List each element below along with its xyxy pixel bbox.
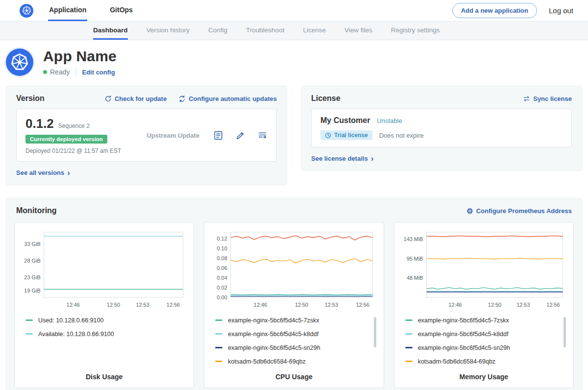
svg-text:12:53: 12:53 xyxy=(516,302,530,308)
license-card-title: License xyxy=(311,94,341,103)
svg-text:12:53: 12:53 xyxy=(325,302,338,308)
svg-text:28 GiB: 28 GiB xyxy=(24,258,40,264)
legend-item-available: Available: 10.128.0.66:9100 xyxy=(25,331,181,338)
current-version-card: 0.1.2 Sequence 2 Currently deployed vers… xyxy=(16,109,277,162)
svg-text:33 GiB: 33 GiB xyxy=(24,241,40,247)
series-color-dash xyxy=(405,361,413,362)
series-color-dash xyxy=(215,333,222,335)
svg-text:48 MiB: 48 MiB xyxy=(406,275,423,281)
series-color-dash xyxy=(405,347,413,348)
see-license-details-link[interactable]: See license details › xyxy=(311,154,373,163)
cpu-usage-legend: example-nginx-5bc6f5d4c5-7zskx example-n… xyxy=(211,316,376,365)
top-navbar: Application GitOps Add a new application… xyxy=(0,0,588,22)
svg-text:12:46: 12:46 xyxy=(448,302,462,308)
svg-text:23 GiB: 23 GiB xyxy=(24,274,40,280)
svg-text:12:56: 12:56 xyxy=(167,302,180,308)
deploy-logs-icon[interactable] xyxy=(257,130,268,141)
legend-item-pod: example-nginx-5bc6f5d4c5-sn29h xyxy=(405,344,561,351)
legend-item-used: Used: 10.128.0.66:9100 xyxy=(25,317,181,324)
tab-application[interactable]: Application xyxy=(48,0,87,21)
see-all-versions-link[interactable]: See all versions › xyxy=(16,169,70,177)
series-color-dash xyxy=(215,319,222,321)
legend-item-pod: example-nginx-5bc6f5d4c5-sn29h xyxy=(215,344,370,351)
cpu-usage-card: 0.120.100.080.060.040.020.0012:4612:5012… xyxy=(204,222,384,388)
legend-scrollbar[interactable] xyxy=(374,317,376,347)
subtab-troubleshoot[interactable]: Troubleshoot xyxy=(246,22,284,40)
top-nav-tabs: Application GitOps xyxy=(48,0,155,21)
gear-icon: ⚙ xyxy=(466,207,473,215)
version-card-title: Version xyxy=(16,94,45,103)
deployed-badge: Currently deployed version xyxy=(25,135,107,144)
series-color-dash xyxy=(25,333,33,335)
version-info: 0.1.2 Sequence 2 Currently deployed vers… xyxy=(25,116,121,154)
subtab-version-history[interactable]: Version history xyxy=(147,22,190,40)
subtab-view-files[interactable]: View files xyxy=(344,22,372,40)
license-expiry: Does not expire xyxy=(379,132,424,139)
svg-text:12:46: 12:46 xyxy=(254,302,267,308)
chevron-right-icon: › xyxy=(371,154,374,163)
license-channel: Unstable xyxy=(377,117,402,124)
subtab-config[interactable]: Config xyxy=(208,22,227,40)
sequence-label: Sequence 2 xyxy=(58,122,90,129)
svg-text:12:56: 12:56 xyxy=(546,302,560,308)
version-card: Version Check for update Configure autom… xyxy=(6,86,287,185)
page-title: App Name xyxy=(43,48,117,65)
series-color-dash xyxy=(405,333,413,335)
cpu-usage-chart: 0.120.100.080.060.040.020.0012:4612:5012… xyxy=(211,228,376,310)
check-for-update-link[interactable]: Check for update xyxy=(104,95,167,102)
chart-title: Memory Usage xyxy=(401,373,566,381)
svg-text:12:50: 12:50 xyxy=(488,302,501,308)
legend-scrollbar[interactable] xyxy=(564,317,566,347)
auto-update-icon xyxy=(178,95,186,102)
app-status-row: Ready Edit config xyxy=(43,68,117,76)
logout-link[interactable]: Log out xyxy=(549,6,573,15)
divider xyxy=(75,69,76,75)
add-application-button[interactable]: Add a new application xyxy=(452,3,537,18)
version-actions xyxy=(213,130,268,141)
monitoring-title: Monitoring xyxy=(16,206,57,215)
chevron-right-icon: › xyxy=(67,169,70,177)
charts-row: 33 GiB28 GiB23 GiB19 GiB12:4612:5012:531… xyxy=(14,222,574,388)
edit-config-icon[interactable] xyxy=(235,130,245,141)
svg-text:143 MiB: 143 MiB xyxy=(403,236,423,242)
legend-item-pod: kotsadm-5db6dc6584-69qbz xyxy=(405,358,561,365)
status-dot xyxy=(43,70,47,74)
app-subnav: Dashboard Version history Config Trouble… xyxy=(0,22,588,40)
svg-text:12:50: 12:50 xyxy=(295,302,308,308)
legend-item-pod: kotsadm-5db6dc6584-69qbz xyxy=(215,358,370,365)
subtab-registry-settings[interactable]: Registry settings xyxy=(391,22,440,40)
series-color-dash xyxy=(25,319,33,321)
chart-title: Disk Usage xyxy=(22,373,187,381)
subtab-license[interactable]: License xyxy=(303,22,326,40)
configure-automatic-updates-link[interactable]: Configure automatic updates xyxy=(178,95,277,102)
legend-item-pod: example-nginx-5bc6f5d4c5-k8ddf xyxy=(215,331,370,338)
topbar-actions: Add a new application Log out xyxy=(452,3,573,18)
disk-usage-card: 33 GiB28 GiB23 GiB19 GiB12:4612:5012:531… xyxy=(14,222,194,388)
series-color-dash xyxy=(215,361,222,362)
svg-text:12:50: 12:50 xyxy=(107,302,120,308)
disk-usage-chart: 33 GiB28 GiB23 GiB19 GiB12:4612:5012:531… xyxy=(22,228,187,310)
upstream-update-label: Upstream Update xyxy=(147,132,199,139)
svg-text:0.12: 0.12 xyxy=(217,236,227,242)
subtab-dashboard[interactable]: Dashboard xyxy=(93,22,128,40)
svg-text:0.10: 0.10 xyxy=(217,245,227,251)
svg-text:12:46: 12:46 xyxy=(67,302,80,308)
svg-text:0.08: 0.08 xyxy=(217,255,227,261)
memory-usage-card: 143 MiB95 MiB48 MiB12:4612:5012:5312:56 … xyxy=(394,222,574,388)
legend-item-pod: example-nginx-5bc6f5d4c5-7zskx xyxy=(215,317,370,324)
clock-icon xyxy=(325,132,331,139)
svg-text:0.00: 0.00 xyxy=(217,294,227,300)
tab-gitops[interactable]: GitOps xyxy=(109,0,134,21)
sync-license-link[interactable]: Sync license xyxy=(523,95,572,102)
series-color-dash xyxy=(405,319,413,321)
series-color-dash xyxy=(215,347,222,348)
svg-text:0.06: 0.06 xyxy=(217,265,227,271)
chart-title: CPU Usage xyxy=(211,373,376,381)
svg-text:0.04: 0.04 xyxy=(217,275,227,281)
deployed-timestamp: Deployed 01/21/22 @ 11:57 am EST xyxy=(25,147,121,154)
svg-text:12:53: 12:53 xyxy=(136,302,149,308)
svg-text:0.02: 0.02 xyxy=(217,285,227,291)
configure-prometheus-link[interactable]: ⚙ Configure Prometheus Address xyxy=(466,207,572,215)
release-notes-icon[interactable] xyxy=(213,130,223,141)
edit-config-link[interactable]: Edit config xyxy=(82,69,115,76)
